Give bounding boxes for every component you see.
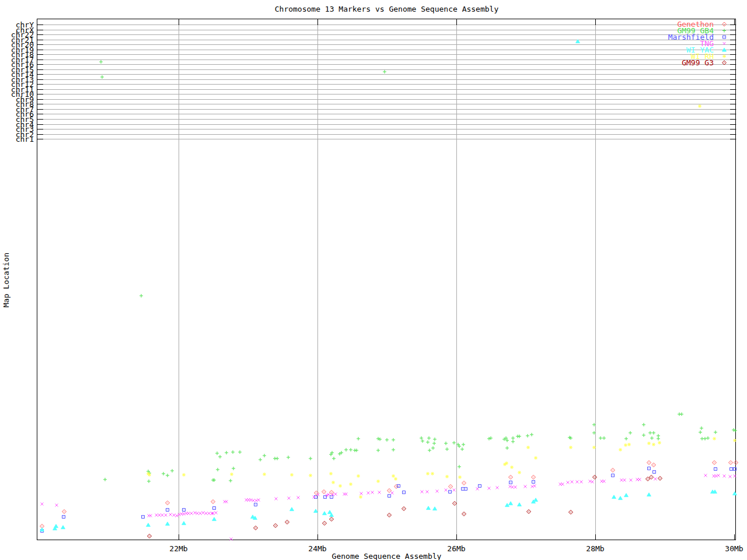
legend: GenethonGM99 GB4MarshfieldTNGWI YACWI RH… (630, 21, 729, 66)
ytick-right-chr20 (730, 44, 736, 45)
ytick-right-chr4 (730, 124, 736, 125)
xtick-bottom-22Mb (179, 534, 179, 540)
ytick-left-chr14 (37, 74, 43, 75)
triangle-icon (719, 47, 729, 53)
x-axis-title: Genome Sequence Assembly (37, 552, 736, 560)
ytick-right-chr9 (730, 99, 736, 100)
legend-row-wi-rh: WI RH (630, 53, 729, 60)
diamond-dot-icon (719, 60, 729, 66)
ytick-right-chr6 (730, 114, 736, 114)
ytick-left-chr8 (37, 104, 43, 104)
ytick-left-chr19 (37, 50, 43, 50)
ytick-right-chr21 (730, 40, 736, 40)
ytick-right-chr1 (730, 139, 736, 139)
ytick-right-chr12 (730, 84, 736, 85)
ytick-label-chr1: chr1 (0, 135, 34, 143)
chromosome-marker-plot: Chromosome 13 Markers vs Genome Sequence… (0, 0, 747, 560)
ytick-right-chr15 (730, 69, 736, 70)
xtick-label-28Mb: 28Mb (577, 544, 614, 553)
ytick-right-chr19 (730, 50, 736, 50)
chart-title: Chromosome 13 Markers vs Genome Sequence… (37, 5, 736, 13)
legend-row-gm99-g3: GM99 G3 (630, 60, 729, 66)
diamond-dot-icon (719, 21, 729, 27)
xtick-top-22Mb (179, 19, 179, 25)
asterisk-icon (719, 53, 729, 60)
ytick-left-chrY (37, 24, 43, 25)
xtick-label-24Mb: 24Mb (299, 544, 336, 553)
ytick-left-chr1 (37, 139, 43, 139)
ytick-right-chrX (730, 30, 736, 30)
ytick-left-chr4 (37, 124, 43, 125)
ytick-left-chr18 (37, 54, 43, 55)
ytick-left-chr20 (37, 44, 43, 45)
xtick-bottom-26Mb (456, 534, 457, 540)
xtick-top-28Mb (595, 19, 596, 25)
xtick-bottom-28Mb (595, 534, 596, 540)
ytick-right-chr11 (730, 89, 736, 90)
ytick-left-chr11 (37, 89, 43, 90)
ytick-right-chr16 (730, 64, 736, 65)
ytick-right-chr22 (730, 34, 736, 35)
ytick-right-chr13 (730, 79, 736, 80)
xtick-label-30Mb: 30Mb (715, 544, 747, 553)
xtick-bottom-24Mb (317, 534, 318, 540)
ytick-left-chr13 (37, 79, 43, 80)
ytick-left-chr16 (37, 64, 43, 65)
plus-icon (719, 27, 729, 34)
xtick-bottom-30Mb (734, 534, 735, 540)
ytick-right-chr17 (730, 60, 736, 60)
ytick-left-chr12 (37, 84, 43, 85)
x-icon (719, 40, 729, 47)
xtick-label-22Mb: 22Mb (160, 544, 197, 553)
legend-label: GM99 G3 (682, 60, 714, 66)
xtick-top-24Mb (317, 19, 318, 25)
legend-row-wi-yac: WI YAC (630, 47, 729, 53)
ytick-right-chr14 (730, 74, 736, 75)
ytick-right-chr8 (730, 104, 736, 104)
ytick-right-chrY (730, 24, 736, 25)
ytick-left-chr3 (37, 129, 43, 130)
ytick-left-chrX (37, 30, 43, 30)
ytick-right-chr2 (730, 134, 736, 135)
ytick-left-chr10 (37, 94, 43, 94)
ytick-right-chr7 (730, 109, 736, 110)
ytick-left-chr22 (37, 34, 43, 35)
ytick-left-chr21 (37, 40, 43, 40)
ytick-left-chr15 (37, 69, 43, 70)
plot-border (37, 19, 736, 540)
ytick-right-chr3 (730, 129, 736, 130)
ytick-right-chr18 (730, 54, 736, 55)
y-axis-title: Map Location (2, 253, 11, 307)
xtick-top-30Mb (734, 19, 735, 25)
ytick-left-chr2 (37, 134, 43, 135)
ytick-right-chr5 (730, 119, 736, 120)
xtick-top-26Mb (456, 19, 457, 25)
xtick-label-26Mb: 26Mb (438, 544, 475, 553)
ytick-left-chr9 (37, 99, 43, 100)
legend-row-marshfield: Marshfield (630, 34, 729, 40)
ytick-right-chr10 (730, 94, 736, 94)
ytick-left-chr17 (37, 60, 43, 60)
square-dot-icon (719, 34, 729, 40)
ytick-left-chr5 (37, 119, 43, 120)
ytick-left-chr6 (37, 114, 43, 114)
ytick-left-chr7 (37, 109, 43, 110)
